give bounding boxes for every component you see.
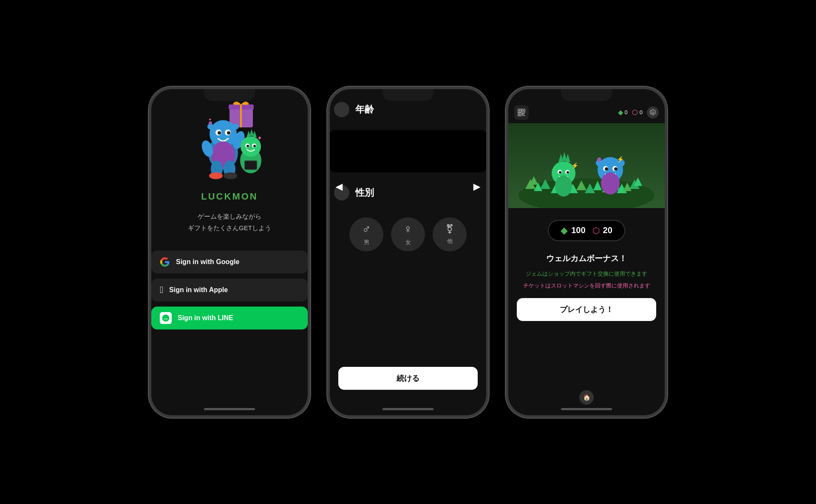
svg-rect-35 <box>523 110 524 111</box>
tagline: ゲームを楽しみながら ギフトをたくさんGETしよう <box>188 211 271 234</box>
svg-text:✦: ✦ <box>257 135 262 141</box>
sign-in-apple-label: Sign in with Apple <box>169 286 228 294</box>
bonus-ticket-count: 20 <box>603 225 612 235</box>
phone-bottom-bar-1 <box>204 408 255 410</box>
phone-notch-2 <box>382 89 434 101</box>
gender-section-header: 性別 <box>330 185 486 200</box>
phone-2-registration: ◄ ► 年齢 性別 ♂ 男 ♀ 女 ⚧ 他 <box>327 87 489 418</box>
bottom-navigation: 🏠 <box>508 390 665 405</box>
settings-svg <box>649 109 656 116</box>
svg-point-8 <box>227 131 230 135</box>
mascot-area: ✦ ✦ <box>151 93 308 187</box>
sign-in-line-label: Sign in with LINE <box>178 314 233 322</box>
welcome-title: ウェルカムボーナス！ <box>546 253 627 264</box>
continue-button[interactable]: 続ける <box>338 367 478 390</box>
bonus-badge: ◆ 100 ⬡ 20 <box>548 220 625 241</box>
age-label: 年齢 <box>355 103 374 116</box>
svg-text:⚡: ⚡ <box>617 156 624 163</box>
svg-rect-39 <box>524 113 525 114</box>
ticket-icon-symbol: ⬡ <box>632 108 638 116</box>
ticket-description: チケットはスロットマシンを回す際に使用されます <box>523 282 650 290</box>
sign-in-google-label: Sign in with Google <box>176 258 239 266</box>
phone-bottom-bar-3 <box>561 408 612 410</box>
bonus-gem-icon: ◆ <box>561 225 568 236</box>
female-icon: ♀ <box>404 222 413 236</box>
nav-arrow-right[interactable]: ► <box>471 180 483 194</box>
svg-point-77 <box>614 167 618 171</box>
svg-point-26 <box>246 145 249 147</box>
google-icon <box>160 257 170 267</box>
sign-in-google-button[interactable]: Sign in with Google <box>151 251 308 273</box>
nav-home-icon[interactable]: 🏠 <box>579 390 594 405</box>
hero-image-area: ⚡ ⚡ <box>508 123 665 208</box>
play-button[interactable]: プレイしよう！ <box>517 298 656 321</box>
gender-other-label: 他 <box>447 237 453 245</box>
phone-notch-3 <box>561 89 612 101</box>
svg-rect-40 <box>522 115 523 116</box>
gender-male-label: 男 <box>364 239 369 246</box>
qr-icon <box>517 108 526 117</box>
svg-point-11 <box>233 124 239 130</box>
phone-3-welcome: ◆ 0 ⬡ 0 <box>506 87 667 418</box>
bonus-gem-count: 100 <box>571 225 585 235</box>
login-screen: ✦ ✦ LUCKMON ゲームを楽しみながら ギフトをたくさんGETしよう Si… <box>151 89 308 415</box>
continue-label: 続ける <box>397 373 419 383</box>
gender-female-label: 女 <box>405 239 411 246</box>
svg-point-66 <box>559 171 561 174</box>
svg-point-72 <box>597 158 601 162</box>
svg-point-27 <box>253 145 256 147</box>
phone-1-login: ✦ ✦ LUCKMON ゲームを楽しみながら ギフトをたくさんGETしよう Si… <box>149 87 310 418</box>
nav-arrow-left[interactable]: ◄ <box>333 180 345 194</box>
other-icon: ⚧ <box>446 224 453 235</box>
gem-currency: ◆ 0 <box>618 108 628 116</box>
svg-rect-29 <box>245 161 256 169</box>
currency-display: ◆ 0 ⬡ 0 <box>618 107 659 118</box>
phone-notch <box>204 89 255 101</box>
sign-in-line-button[interactable]: Sign in with LINE <box>151 307 308 329</box>
svg-rect-37 <box>519 114 520 115</box>
age-picker[interactable] <box>330 130 486 172</box>
svg-rect-38 <box>522 113 524 115</box>
svg-point-42 <box>652 112 654 113</box>
svg-point-68 <box>555 175 572 197</box>
play-label: プレイしよう！ <box>560 304 613 315</box>
mascot-illustration: ✦ ✦ <box>183 98 276 183</box>
svg-rect-33 <box>519 110 520 111</box>
svg-point-78 <box>601 172 620 194</box>
bonus-ticket-icon: ⬡ <box>592 225 600 236</box>
ticket-count: 0 <box>640 109 643 115</box>
qr-code-button[interactable] <box>514 105 529 120</box>
svg-text:⚡: ⚡ <box>571 162 579 169</box>
gender-female-button[interactable]: ♀ 女 <box>391 217 425 251</box>
svg-point-10 <box>209 121 212 125</box>
top-bar: ◆ 0 ⬡ 0 <box>508 102 665 123</box>
svg-point-7 <box>218 131 221 135</box>
signin-buttons-container: Sign in with Google  Sign in with Apple… <box>151 251 308 329</box>
age-circle-indicator <box>334 102 349 117</box>
settings-icon[interactable] <box>647 107 659 118</box>
svg-point-17 <box>209 172 223 179</box>
gem-count: 0 <box>625 109 628 115</box>
registration-screen: ◄ ► 年齢 性別 ♂ 男 ♀ 女 ⚧ 他 <box>330 89 486 415</box>
line-icon <box>160 312 172 324</box>
svg-point-67 <box>567 171 569 174</box>
gem-icon: ◆ <box>618 108 623 116</box>
gender-icons-container: ♂ 男 ♀ 女 ⚧ 他 <box>349 217 467 251</box>
gem-description: ジェムはショップ内でギフト交換に使用できます <box>526 270 647 278</box>
phone-bottom-bar-2 <box>382 408 434 410</box>
sign-in-apple-button[interactable]:  Sign in with Apple <box>151 279 308 301</box>
apple-icon:  <box>160 284 163 296</box>
welcome-screen: ◆ 0 ⬡ 0 <box>508 89 665 415</box>
svg-text:✦: ✦ <box>208 117 212 122</box>
hero-illustration: ⚡ ⚡ <box>508 123 665 208</box>
svg-marker-22 <box>249 129 254 136</box>
tagline-line1: ゲームを楽しみながら <box>198 213 261 220</box>
male-icon: ♂ <box>362 222 371 236</box>
ticket-currency: ⬡ 0 <box>632 108 643 116</box>
age-section-header: 年齢 <box>330 102 486 117</box>
gender-male-button[interactable]: ♂ 男 <box>349 217 383 251</box>
tagline-line2: ギフトをたくさんGETしよう <box>188 224 271 231</box>
svg-rect-41 <box>523 115 525 116</box>
gender-label: 性別 <box>355 186 374 199</box>
gender-other-button[interactable]: ⚧ 他 <box>433 217 467 251</box>
